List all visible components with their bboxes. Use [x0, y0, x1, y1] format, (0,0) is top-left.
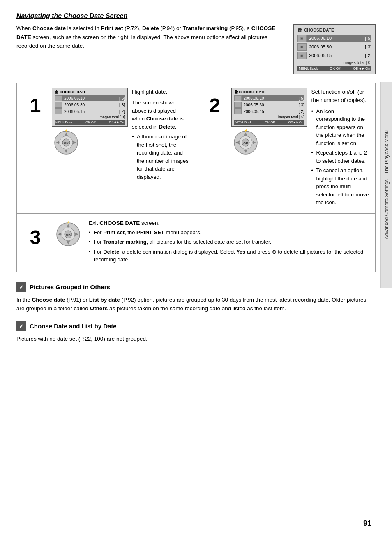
step-2-number: 2 [203, 88, 227, 123]
svg-text:OK: OK [243, 141, 248, 145]
section-pictures-grouped: ✓ Pictures Grouped in Others In the Choo… [16, 282, 376, 313]
step-3-container: 3 OK ⚡ ↺ Exit CHOOSE DATE screen. [17, 214, 375, 272]
step-1-col: 1 🗑 CHOOSE DATE 2006.06.10 [ 5] [17, 83, 196, 213]
step-1-screen: 🗑 CHOOSE DATE 2006.06.10 [ 5] 2006.05.30… [52, 88, 128, 127]
thumb-3: ▣ [297, 52, 307, 59]
choose-date-list-header: ✓ Choose Date and List by Date [16, 321, 376, 331]
step-3-text: Exit CHOOSE DATE screen. For Print set, … [89, 220, 369, 265]
step-1-text: Highlight date. The screen shown above i… [132, 88, 190, 182]
step-2-bullets: An icon corresponding to the function ap… [311, 107, 369, 207]
svg-text:↺: ↺ [59, 233, 61, 235]
step-2-total: images total [ 5] [234, 115, 304, 119]
check-icon-2: ✓ [16, 321, 26, 331]
step-3-bullet-2: For Transfer marking, all pictures for t… [89, 238, 369, 246]
bottom-sections: ✓ Pictures Grouped in Others In the Choo… [16, 282, 376, 344]
intro-images-total: images total [ 0] [297, 60, 371, 65]
step-3-controller: OK ⚡ ↺ [54, 220, 83, 249]
choose-date-list-title: Choose Date and List by Date [30, 323, 117, 330]
intro-screen-footer: MENUBack OK OK Off◄►On [297, 66, 371, 71]
step-1-bullet-1: A thumbnail image of the first shot, the… [132, 133, 190, 181]
step-2-screen-title: 🗑 CHOOSE DATE [234, 90, 304, 94]
step-3-bullet-1: For Print set, the PRINT SET menu appear… [89, 228, 369, 237]
thumb-1: ▣ [297, 35, 307, 42]
steps-row-1-2: 1 🗑 CHOOSE DATE 2006.06.10 [ 5] [17, 83, 375, 214]
step-2-col: 2 🗑 CHOOSE DATE 2006.06.10 [ 5] [196, 83, 376, 213]
step-2-screen: 🗑 CHOOSE DATE 2006.06.10 [ 5] 2006.05.30… [231, 88, 307, 127]
steps-grid: 1 🗑 CHOOSE DATE 2006.06.10 [ 5] [16, 83, 376, 272]
intro-screen-title: 🗑 CHOOSE DATE [297, 27, 371, 33]
page-number: 91 [363, 519, 371, 528]
step-2-row-3: 2006.05.15 [ 2] [234, 108, 304, 114]
page-container: Advanced Camera Settings – The Playback … [0, 0, 392, 540]
step-2-screen-wrap: 🗑 CHOOSE DATE 2006.06.10 [ 5] 2006.05.30… [231, 88, 307, 157]
svg-text:↺: ↺ [236, 141, 238, 144]
choose-date-list-body: Pictures with no date set (P.22, 100) ar… [16, 335, 376, 344]
step-1-row-2: 2006.05.30 [ 3] [55, 102, 125, 108]
step-1-screen-title: 🗑 CHOOSE DATE [55, 90, 125, 94]
trash-icon: 🗑 [297, 27, 302, 33]
intro-camera-screen: 🗑 CHOOSE DATE ▣ 2006.06.10 [ 5 ] ▣ 2006.… [293, 24, 376, 74]
pictures-grouped-title: Pictures Grouped in Others [30, 284, 110, 291]
sidebar-label: Advanced Camera Settings – The Playback … [380, 82, 392, 288]
thumb-2: ▣ [297, 43, 307, 51]
step-1-number: 1 [23, 88, 48, 123]
step-1-row-3: 2006.05.15 [ 2] [55, 108, 125, 114]
intro-screen-row-1: ▣ 2006.06.10 [ 5 ] [297, 35, 371, 42]
step-3-bullets: For Print set, the PRINT SET menu appear… [89, 228, 369, 264]
step-1-total: images total [ 0] [55, 115, 125, 119]
intro-text: When Choose date is selected in Print se… [16, 24, 285, 74]
steps-row-3: 3 OK ⚡ ↺ Exit CHOOSE DATE screen. [17, 214, 375, 272]
pictures-grouped-header: ✓ Pictures Grouped in Others [16, 282, 376, 292]
step-2-row-2: 2006.05.30 [ 3] [234, 102, 304, 108]
step-2-bullet-3: To cancel an option, highlight the date … [311, 166, 369, 207]
svg-text:OK: OK [66, 233, 71, 237]
pictures-grouped-body: In the Choose date (P.91) or List by dat… [16, 295, 376, 313]
section-choose-date-list: ✓ Choose Date and List by Date Pictures … [16, 321, 376, 344]
intro-area: When Choose date is selected in Print se… [16, 24, 376, 74]
svg-text:⚡: ⚡ [244, 129, 247, 132]
svg-text:⚡: ⚡ [65, 129, 68, 132]
step-1-heading: Highlight date. [132, 88, 190, 96]
step-1-desc: The screen shown above is displayed when… [132, 99, 190, 131]
intro-screen-row-2: ▣ 2006.05.30 [ 3 ] [297, 43, 371, 51]
step-3-heading: Exit CHOOSE DATE screen. [89, 220, 369, 226]
step-3-bullet-3: For Delete, a delete confirmation dialog… [89, 248, 369, 264]
step-1-screen-wrap: 🗑 CHOOSE DATE 2006.06.10 [ 5] 2006.05.30… [52, 88, 128, 157]
step-1-controller: OK ⚡ ↺ [52, 128, 81, 157]
step-2-row-1: 2006.06.10 [ 5] [234, 95, 304, 101]
step-2-heading: Set function on/off (or the number of co… [311, 88, 369, 105]
step-2-controller: OK ⚡ ↺ [231, 128, 260, 157]
step-2-footer: MENUBack OK OK Off◄►On [234, 120, 304, 125]
svg-text:⚡: ⚡ [67, 220, 70, 224]
step-1-bullets: A thumbnail image of the first shot, the… [132, 133, 190, 181]
step-1-row-1: 2006.06.10 [ 5] [55, 95, 125, 101]
step-1-footer: MENUBack OK OK Off◄►On [55, 120, 125, 125]
step-3-number: 3 [23, 220, 48, 255]
step-2-bullet-2: Repeat steps 1 and 2 to select other dat… [311, 149, 369, 165]
check-icon-1: ✓ [16, 282, 26, 292]
svg-text:OK: OK [64, 141, 69, 145]
step-2-text: Set function on/off (or the number of co… [311, 88, 369, 208]
svg-text:↺: ↺ [57, 141, 59, 144]
intro-screen-row-3: ▣ 2006.05.15 [ 2 ] [297, 52, 371, 59]
section-title: Navigating the Choose Date Screen [16, 12, 376, 20]
step-2-bullet-1: An icon corresponding to the function ap… [311, 107, 369, 148]
